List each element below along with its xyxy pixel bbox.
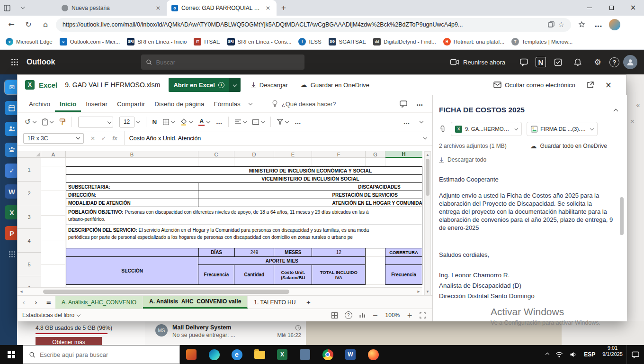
- cell-b9[interactable]: [66, 248, 199, 257]
- vertical-tabs-icon[interactable]: [0, 0, 14, 16]
- paste-button[interactable]: [40, 115, 55, 128]
- bookmark-item[interactable]: IIESS: [298, 38, 321, 46]
- column-a-cells[interactable]: [41, 166, 66, 287]
- format-painter-icon[interactable]: [57, 115, 68, 128]
- mail-list-item[interactable]: MS Mail Delivery System No se puede entr…: [145, 321, 306, 345]
- taskbar-search-input[interactable]: [40, 351, 174, 358]
- bookmark-item[interactable]: TTemplates | Microw...: [511, 38, 572, 46]
- taskbar-search-box[interactable]: [23, 345, 180, 364]
- download-all-button[interactable]: ↓ Descargar todo: [439, 156, 627, 163]
- row-header[interactable]: 5: [18, 253, 41, 276]
- bookmark-item[interactable]: SRISRI en Línea - Inicio: [127, 38, 187, 46]
- column-header-h-selected[interactable]: H: [385, 151, 422, 158]
- sheet-grid-icon[interactable]: [331, 312, 338, 318]
- bookmark-item[interactable]: HHotmart: una plataf...: [443, 38, 504, 46]
- help-icon[interactable]: ?: [609, 57, 619, 67]
- url-field[interactable]: https://outlook.live.com/mail/0/inbox/id…: [56, 18, 571, 32]
- sheet-tab-convenio[interactable]: A. Análisis_AHC_CONVENIO: [55, 296, 143, 309]
- ribbon-tab-formulas[interactable]: Fórmulas: [209, 96, 245, 112]
- row-header[interactable]: 6: [18, 276, 41, 287]
- cell-cobertura[interactable]: COBERTURA: [385, 248, 422, 257]
- undo-button[interactable]: ↺: [22, 115, 38, 128]
- bookmark-item[interactable]: SRISRI en Línea - Cons...: [227, 38, 292, 46]
- bell-icon[interactable]: [570, 54, 586, 70]
- open-in-excel-split-button[interactable]: Abrir en Exceli: [169, 78, 240, 92]
- word-icon[interactable]: W: [339, 345, 362, 364]
- cell-dias-value[interactable]: 249: [235, 248, 275, 257]
- v-scroll-thumb[interactable]: [426, 159, 429, 196]
- new-tab-button[interactable]: +: [277, 0, 291, 16]
- ribbon-tab-inicio[interactable]: Inicio: [55, 96, 81, 112]
- excel-icon[interactable]: X: [271, 345, 294, 364]
- alignment-button[interactable]: [233, 115, 249, 128]
- cell-ministerio[interactable]: MINISTERIO DE INCLUSIÓN ECONÓMICA Y SOCI…: [66, 167, 422, 175]
- popout-icon[interactable]: [587, 82, 594, 89]
- cell-costo-unit[interactable]: Costo Unit. (Salario/BU: [274, 265, 312, 285]
- help-circle-icon[interactable]: ?: [345, 311, 352, 319]
- todo-icon[interactable]: [550, 54, 566, 70]
- ribbon-overflow-icon[interactable]: …: [417, 100, 423, 107]
- column-header-d[interactable]: D: [234, 151, 274, 158]
- cell-total-iva[interactable]: TOTAL INCLUIDO IVA: [312, 265, 366, 285]
- tell-me-box[interactable]: ¿Qué desea hacer?: [272, 100, 336, 108]
- open-in-excel-dropdown[interactable]: [229, 78, 241, 92]
- window-maximize-button[interactable]: [600, 0, 622, 16]
- ribbon-tab-insertar[interactable]: Insertar: [81, 96, 112, 112]
- grid-row-1[interactable]: [41, 158, 422, 166]
- cell-viceministerio[interactable]: VICEMINISTERIO DE INCLUSIÓN SOCIAL: [66, 175, 422, 183]
- ribbon-collapse-chevron[interactable]: [420, 119, 423, 123]
- bookmark-item[interactable]: ITITSAE: [194, 38, 220, 46]
- spreadsheet-grid[interactable]: A B C D E F G H 1 2 3 4 5 6 7 8: [18, 151, 422, 287]
- download-button[interactable]: ↓ Descargar: [251, 82, 288, 89]
- window-minimize-button[interactable]: [579, 0, 600, 16]
- close-pane-icon[interactable]: ×: [630, 118, 635, 124]
- scroll-right-icon[interactable]: ▸: [415, 289, 422, 294]
- ribbon-options-chevron[interactable]: [248, 101, 252, 105]
- collapse-pane-icon[interactable]: «: [636, 102, 640, 109]
- browser-icon-blue[interactable]: e: [225, 345, 248, 364]
- collections-icon[interactable]: [548, 21, 555, 28]
- cell-poblacion[interactable]: POBLACIÓN OBJETIVO: Personas con discapa…: [66, 207, 422, 225]
- font-overflow-icon[interactable]: …: [214, 115, 224, 128]
- cell-modalidad-value[interactable]: ATENCIÓN EN EL HOGAR Y COMUNIDA: [198, 199, 422, 207]
- tray-show-hidden-icon[interactable]: [543, 345, 552, 364]
- meet-now-button[interactable]: Reunirse ahora: [450, 59, 505, 66]
- row-header[interactable]: 2: [18, 182, 41, 205]
- bookmark-item[interactable]: ddDigitalDefynd - Find...: [373, 38, 436, 46]
- column-header-a[interactable]: A: [41, 151, 66, 158]
- row-headers[interactable]: 1 2 3 4 5 6 7 8 9 10 11: [18, 158, 41, 287]
- cell-cantidad[interactable]: Cantidad: [234, 265, 274, 285]
- collapse-message-icon[interactable]: [614, 109, 618, 113]
- comments-icon[interactable]: [400, 100, 407, 108]
- cell-subsecretaria-label[interactable]: SUBSECRETARIA:: [66, 183, 198, 191]
- attachment-chip-xlsm[interactable]: X 9. GA...HERMOSO.xlsm: [451, 122, 522, 136]
- network-icon[interactable]: [552, 345, 566, 364]
- fill-color-button[interactable]: [178, 115, 195, 128]
- h-scroll-thumb[interactable]: [43, 290, 289, 294]
- cell-direccion-value[interactable]: PRESTACIÓN DE SERVICIOS: [198, 191, 422, 199]
- sheet-list-icon[interactable]: ≡: [42, 296, 55, 309]
- toolbar-overflow-icon[interactable]: …: [292, 115, 303, 128]
- gear-icon[interactable]: ⚙: [590, 54, 606, 70]
- ribbon-tab-diseno[interactable]: Diseño de página: [150, 96, 209, 112]
- font-size-select[interactable]: 12: [117, 115, 142, 128]
- fit-to-screen-icon[interactable]: [420, 312, 426, 318]
- scroll-left-icon[interactable]: ◂: [18, 289, 25, 294]
- select-all-corner[interactable]: [18, 151, 41, 158]
- name-box[interactable]: 1R x 3C: [23, 133, 84, 144]
- tab-actions-icon[interactable]: [14, 0, 28, 16]
- save-to-onedrive-button[interactable]: ☁ Guardar en OneDrive: [300, 82, 369, 89]
- column-header-b[interactable]: B: [66, 151, 198, 158]
- cell-dias-label[interactable]: DÍAS: [199, 248, 235, 257]
- cell-g10-11[interactable]: [366, 257, 385, 285]
- attachment-chip-png[interactable]: FIRMA DE ...(3).png: [527, 122, 598, 136]
- grid-horizontal-scrollbar[interactable]: ◂ ▸: [18, 287, 422, 295]
- cell-modalidad-label[interactable]: MODALIDAD DE ATENCIÓN: [66, 199, 198, 207]
- email-scrollbar-thumb[interactable]: [620, 197, 624, 235]
- browser-tab-new[interactable]: Nueva pestaña ×: [57, 0, 167, 16]
- bookmark-item[interactable]: oOutlook.com - Micr...: [60, 38, 120, 46]
- pinned-app-icon-2[interactable]: [294, 345, 316, 364]
- column-header-f[interactable]: F: [312, 151, 366, 158]
- fx-icon[interactable]: fx: [112, 135, 117, 142]
- sheet-tab-convenio-valle-active[interactable]: A. Análisis_AHC_CONVENIO valle: [143, 296, 248, 309]
